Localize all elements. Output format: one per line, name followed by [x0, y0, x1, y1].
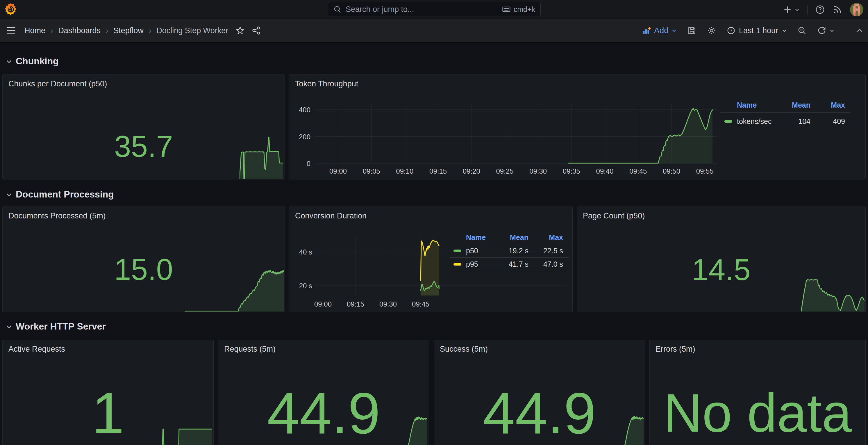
new-button[interactable] — [783, 5, 800, 14]
add-panel-icon — [643, 26, 651, 35]
svg-text:0: 0 — [307, 160, 310, 168]
breadcrumb: Home › Dashboards › Stepflow › Docling S… — [24, 26, 228, 35]
panel-title[interactable]: Chunks per Document (p50) — [8, 80, 107, 88]
sparkline — [401, 406, 427, 445]
top-bar: Search or jump to... cmd+k — [0, 0, 868, 19]
sparkline — [185, 268, 284, 312]
token-legend: Name Mean Max tokens/sec 104 409 — [720, 98, 850, 130]
legend-header: Name Mean Max — [450, 231, 568, 244]
add-button[interactable]: Add — [643, 26, 677, 35]
settings-icon[interactable] — [707, 26, 716, 35]
svg-text:40 s: 40 s — [299, 248, 312, 256]
panel-conversion-duration: Conversion Duration 20 s40 s09:0009:1509… — [289, 207, 573, 312]
grafana-dashboard: Search or jump to... cmd+k — [0, 0, 868, 445]
section-document-processing[interactable]: Document Processing — [6, 189, 114, 200]
panel-active-requests: Active Requests 1 — [2, 340, 214, 445]
panel-errors-5m: Errors (5m) No data — [649, 340, 866, 445]
section-chevron-icon — [6, 58, 12, 65]
svg-text:200: 200 — [299, 133, 310, 141]
panel-title[interactable]: Requests (5m) — [224, 345, 276, 354]
breadcrumb-current: Docling Step Worker — [156, 26, 228, 35]
legend-row: p50 19.2 s 22.5 s — [450, 244, 568, 258]
chevron-down-icon — [782, 28, 787, 33]
clock-icon — [727, 26, 736, 35]
breadcrumb-home[interactable]: Home — [24, 26, 45, 35]
panel-title[interactable]: Page Count (p50) — [583, 211, 645, 220]
panel-page-count: Page Count (p50) 14.5 — [577, 207, 866, 312]
svg-text:09:00: 09:00 — [329, 167, 347, 175]
svg-text:09:25: 09:25 — [496, 167, 514, 175]
search-placeholder: Search or jump to... — [346, 5, 498, 14]
star-icon[interactable] — [236, 26, 245, 35]
stat-value: No data — [650, 386, 865, 440]
grafana-logo[interactable] — [4, 3, 18, 16]
svg-text:09:20: 09:20 — [463, 167, 480, 175]
svg-text:09:55: 09:55 — [696, 167, 714, 175]
divider — [807, 5, 808, 14]
panel-documents-processed: Documents Processed (5m) 15.0 — [2, 207, 285, 312]
news-icon[interactable] — [833, 5, 842, 14]
section-chevron-icon — [6, 191, 12, 198]
chevron-down-icon — [795, 7, 800, 12]
dashboard-nav: Home › Dashboards › Stepflow › Docling S… — [0, 19, 868, 42]
svg-text:20 s: 20 s — [299, 282, 312, 290]
svg-text:09:30: 09:30 — [529, 167, 547, 175]
sparkline — [801, 268, 865, 312]
menu-icon[interactable] — [5, 27, 18, 34]
help-icon[interactable] — [815, 5, 825, 14]
svg-text:09:50: 09:50 — [663, 167, 680, 175]
svg-text:09:15: 09:15 — [429, 167, 447, 175]
stat-value: 44.9 — [434, 384, 645, 442]
legend-row: p95 41.7 s 47.0 s — [450, 258, 568, 271]
svg-text:09:15: 09:15 — [347, 300, 364, 308]
zoom-out-icon[interactable] — [797, 26, 807, 35]
search-input[interactable]: Search or jump to... cmd+k — [328, 2, 541, 17]
divider — [845, 26, 845, 35]
search-shortcut: cmd+k — [502, 5, 535, 14]
time-range-picker[interactable]: Last 1 hour — [727, 26, 787, 35]
sparkline — [160, 406, 212, 445]
panel-title[interactable]: Active Requests — [8, 345, 65, 354]
avatar[interactable] — [850, 3, 863, 16]
legend-header: Name Mean Max — [720, 98, 850, 112]
panel-requests-5m: Requests (5m) 44.9 — [218, 340, 429, 445]
section-chunking[interactable]: Chunking — [6, 56, 59, 67]
breadcrumb-dashboards[interactable]: Dashboards — [58, 26, 100, 35]
series-swatch — [724, 120, 732, 123]
svg-text:09:40: 09:40 — [596, 167, 614, 175]
sparkline — [240, 136, 283, 179]
save-icon[interactable] — [687, 26, 696, 35]
panel-token-throughput: Token Throughput 020040009:0009:0509:100… — [289, 75, 866, 179]
legend-row: tokens/sec 104 409 — [720, 113, 850, 130]
section-worker-http-server[interactable]: Worker HTTP Server — [6, 321, 106, 332]
svg-text:09:35: 09:35 — [563, 167, 580, 175]
dashboard-toolbar: Add Last 1 hour — [643, 19, 863, 42]
conversion-legend: Name Mean Max p50 19.2 s 22.5 s p95 41.7… — [450, 231, 568, 271]
sparkline — [617, 406, 644, 445]
chevron-down-icon — [672, 28, 677, 33]
svg-text:09:05: 09:05 — [363, 167, 380, 175]
breadcrumb-stepflow[interactable]: Stepflow — [113, 26, 144, 35]
panel-title[interactable]: Errors (5m) — [655, 345, 695, 354]
series-swatch — [454, 249, 461, 252]
refresh-icon — [817, 26, 827, 35]
collapse-icon[interactable] — [856, 27, 863, 34]
svg-text:09:10: 09:10 — [396, 167, 413, 175]
svg-text:400: 400 — [299, 106, 310, 114]
topbar-actions — [783, 0, 863, 19]
svg-text:09:45: 09:45 — [412, 300, 429, 308]
keyboard-icon — [502, 5, 511, 14]
stat-value: 44.9 — [218, 384, 429, 442]
svg-text:09:00: 09:00 — [314, 300, 332, 308]
panel-title[interactable]: Documents Processed (5m) — [8, 211, 106, 220]
panel-chunks-per-document: Chunks per Document (p50) 35.7 — [2, 75, 285, 179]
svg-text:09:30: 09:30 — [379, 300, 397, 308]
search-icon — [334, 5, 342, 13]
refresh-button[interactable] — [817, 26, 835, 35]
panel-title[interactable]: Success (5m) — [440, 345, 488, 354]
share-icon[interactable] — [252, 26, 261, 35]
svg-text:09:45: 09:45 — [629, 167, 647, 175]
series-swatch — [454, 263, 461, 266]
panel-success-5m: Success (5m) 44.9 — [434, 340, 645, 445]
chevron-down-icon — [829, 28, 835, 33]
